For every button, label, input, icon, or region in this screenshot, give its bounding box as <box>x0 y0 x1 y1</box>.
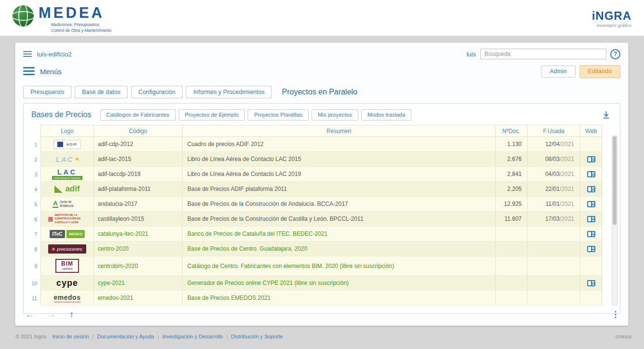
download-icon[interactable] <box>602 111 610 119</box>
separator: | <box>158 334 159 339</box>
web-icon[interactable] <box>587 171 595 177</box>
date-daymonth: 04/03 <box>545 171 560 177</box>
scrollbar-thumb[interactable] <box>613 136 617 225</box>
web-icon[interactable] <box>587 156 595 162</box>
resumen-cell: Base de Precios de la Construcción de An… <box>182 197 495 212</box>
forward-icon[interactable]: → <box>47 310 56 319</box>
logo-cell: ITeC BEDEC <box>40 227 93 242</box>
castilla-leon-logo: ▦ INSTITUTO DE LA CONSTRUCCIÓN DE CASTIL… <box>48 214 86 224</box>
table-row[interactable]: 6 ▦ INSTITUTO DE LA CONSTRUCCIÓN DE CAST… <box>27 212 602 227</box>
web-icon[interactable] <box>587 280 595 286</box>
resumen-cell: Libro de Línea Aérea de Contacto LAC 201… <box>182 152 495 167</box>
footer-link-investigacion-y-desarrollo[interactable]: Investigación y Desarrollo <box>162 334 223 339</box>
web-icon[interactable] <box>587 216 595 222</box>
footer-link-distribucion-y-soporte[interactable]: Distribución y Soporte <box>231 334 283 339</box>
web-icon[interactable] <box>587 186 595 192</box>
logo-text: A <box>53 200 58 208</box>
help-icon[interactable]: ? <box>610 49 620 59</box>
fusada-cell: 17/03/2021 <box>527 212 580 227</box>
editing-button[interactable]: Editando <box>579 65 620 78</box>
back-icon[interactable]: ← <box>25 310 34 319</box>
up-icon[interactable]: ↑ <box>69 310 74 319</box>
resumen-cell: Generador de Precios online CYPE 2021 (l… <box>182 276 495 291</box>
logo-subtext: Línea Aérea de Contacto <box>52 176 82 180</box>
logo-text: adif <box>65 184 79 194</box>
table-row[interactable]: 9 BIM centro centrobim-2020 Catálogo de … <box>27 256 602 276</box>
web-cell <box>580 167 602 182</box>
subtab-catalogos-de-fabricantes[interactable]: Catálogos de Fabricantes <box>100 109 176 121</box>
tab-base-de-datos[interactable]: Base de datos <box>75 86 128 98</box>
footer-link-documentacion-y-ayuda[interactable]: Documentación y Ayuda <box>97 334 154 339</box>
menus-icon[interactable] <box>23 67 35 76</box>
column-header-logo[interactable]: Logo <box>40 125 93 137</box>
table-row[interactable]: 11 emedos emedos-2021 Base de Precios EM… <box>27 291 602 306</box>
table-row[interactable]: 7 ITeC BEDEC catalunya-itec-2021 Banco d… <box>27 227 602 242</box>
overflow-menu-icon[interactable]: ⋮ <box>611 310 619 319</box>
search-input[interactable] <box>480 49 606 59</box>
web-icon[interactable] <box>587 201 595 207</box>
ingra-logo: iNGRA <box>592 10 631 22</box>
table-row[interactable]: 2 LAC adif-lac-2015 Libro de Línea Aérea… <box>27 152 602 167</box>
column-header-codigo[interactable]: Código <box>93 125 182 137</box>
web-cell <box>580 197 602 212</box>
table-row[interactable]: 4 adif adif-plataforma-2011 Base de Prec… <box>27 182 602 197</box>
table-row[interactable]: 3 LAC Línea Aérea de Contacto adif-laccd… <box>27 167 602 182</box>
subtab-proyectos-de-ejemplo[interactable]: Proyectos de Ejemplo <box>179 109 245 121</box>
date-daymonth: 12/04 <box>545 141 560 148</box>
adif-logo: adif <box>54 184 79 194</box>
section-title: Bases de Precios <box>31 110 92 119</box>
table-row[interactable]: 8 preciocentro centro-2020 Base de Preci… <box>27 242 602 256</box>
tab-configuracion[interactable]: Configuración <box>131 86 183 98</box>
web-cell <box>580 276 602 291</box>
table-scrollbar[interactable] <box>612 135 618 306</box>
project-menu-icon[interactable] <box>23 51 32 57</box>
adif-laccdp-logo: LAC Línea Aérea de Contacto <box>52 169 82 180</box>
tab-presupuesto[interactable]: Presupuesto <box>23 86 71 98</box>
logo-cell: emedos <box>40 291 93 306</box>
column-header-resumen[interactable]: Resumen <box>182 125 495 137</box>
column-header-web[interactable]: Web <box>580 125 602 137</box>
bases-de-precios-panel: Bases de Precios Catálogos de Fabricante… <box>23 103 620 314</box>
logo-text: ADIF <box>66 142 78 147</box>
subtab-proyectos-plantillas[interactable]: Proyectos Plantillas <box>248 109 308 121</box>
logo-cell: adif <box>40 182 93 197</box>
ndoc-cell: 2.205 <box>495 182 527 197</box>
section-header: Bases de Precios Catálogos de Fabricante… <box>27 107 616 125</box>
column-header-ndoc[interactable]: NºDoc. <box>495 125 527 137</box>
table-row[interactable]: 1 ADIF adif-cdp-2012 Cuadro de precios A… <box>27 137 602 152</box>
menus-toolbar: Menús Admin Editando <box>23 65 620 78</box>
medea-tagline: Mediciones, Presupuestos, Control de Obr… <box>51 22 111 33</box>
logo-text: preciocentro <box>48 244 86 254</box>
date-year: /2021 <box>560 201 574 207</box>
table-row[interactable]: 10 cype cype-2021 Generador de Precios o… <box>27 276 602 291</box>
date-daymonth: 08/03 <box>545 156 560 162</box>
resumen-cell: Banco de Precios de Cataluña del ITEC. B… <box>182 227 495 242</box>
medea-globe-icon <box>13 5 34 27</box>
logo-cell: A Junta de Andalucía <box>40 197 93 212</box>
ndoc-cell <box>495 227 527 242</box>
tab-proyectos-en-paralelo[interactable]: Proyectos en Paralelo <box>282 88 357 96</box>
footer-link-inicio-de-sesion[interactable]: Inicio de sesión <box>53 334 89 339</box>
bases-table: Logo Código Resumen NºDoc. F.Usada Web 1… <box>27 125 602 306</box>
table-row[interactable]: 5 A Junta de Andalucía andalucia-2017 Ba… <box>27 197 602 212</box>
fusada-cell <box>527 256 580 276</box>
ndoc-cell: 2.676 <box>495 152 527 167</box>
web-icon[interactable] <box>587 231 595 237</box>
subtab-modos-traslada[interactable]: Modos traslada <box>361 109 412 121</box>
admin-button[interactable]: Admin <box>541 66 575 78</box>
web-icon[interactable] <box>587 246 595 252</box>
logo-text: cype <box>56 278 78 288</box>
adif-lac-logo: LAC <box>56 155 79 163</box>
codigo-cell: andalucia-2017 <box>93 197 182 212</box>
tab-informes-y-procedimientos[interactable]: Informes y Procedimientos <box>186 86 272 98</box>
fusada-cell: 22/01/2021 <box>527 182 580 197</box>
logo-text: BIM <box>61 261 73 267</box>
column-header-fusada[interactable]: F.Usada <box>527 125 580 137</box>
fusada-cell <box>527 242 580 256</box>
row-number-header <box>27 125 40 137</box>
subtab-mis-proyectos[interactable]: Mis proyectos <box>312 109 358 121</box>
logo-subtext: INSTITUTO DE LA CONSTRUCCIÓN DE CASTILLA… <box>55 214 87 224</box>
app-header: MEDEA Mediciones, Presupuestos, Control … <box>0 0 644 36</box>
web-cell <box>580 182 602 197</box>
row-number: 5 <box>27 197 40 212</box>
